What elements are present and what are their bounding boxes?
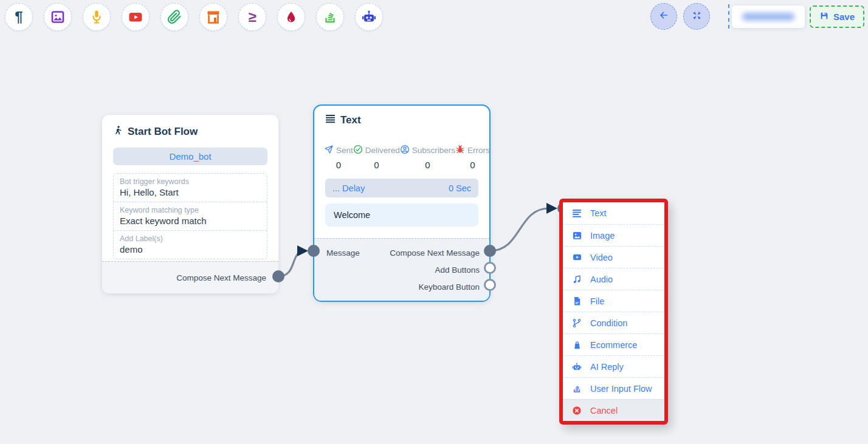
message-text: Welcome xyxy=(334,210,370,220)
text-pilcrow-icon: ¶ xyxy=(15,10,22,24)
stat-subscribers: Subscribers 0 xyxy=(400,145,455,170)
floppy-disk-icon xyxy=(819,11,829,22)
video-play-icon xyxy=(571,253,583,262)
menu-item-text[interactable]: Text xyxy=(563,202,664,224)
image-icon xyxy=(571,231,583,241)
field-value: Hi, Hello, Start xyxy=(120,187,261,197)
user-input-flow-icon xyxy=(571,384,583,394)
stat-value: 0 xyxy=(425,160,430,170)
condition-branch-icon xyxy=(571,318,583,328)
redacted-flow-name-button[interactable] xyxy=(732,5,805,28)
message-content-box[interactable]: Welcome xyxy=(325,203,478,227)
bot-name-button[interactable]: Demo_bot xyxy=(113,148,267,165)
field-bot-trigger-keywords[interactable]: Bot trigger keywords Hi, Hello, Start xyxy=(114,174,267,202)
menu-item-cancel[interactable]: Cancel xyxy=(563,399,664,421)
menu-item-video[interactable]: Video xyxy=(563,246,664,268)
keyboard-button-output-label: Keyboard Button xyxy=(418,282,480,292)
back-button[interactable] xyxy=(650,3,677,30)
store-ecommerce-icon xyxy=(206,10,221,24)
palette-drip-button[interactable] xyxy=(277,3,305,31)
start-node-footer: Compose Next Message xyxy=(102,261,278,293)
errors-bug-icon xyxy=(455,145,465,156)
youtube-video-icon xyxy=(128,10,143,24)
palette-user-input-flow-button[interactable] xyxy=(316,3,344,31)
image-icon xyxy=(50,10,65,24)
canvas-controls: Save xyxy=(650,3,864,30)
field-label: Bot trigger keywords xyxy=(120,177,261,186)
music-note-icon xyxy=(571,275,583,284)
ai-reply-robot-icon xyxy=(571,362,583,372)
delay-label: ... Delay xyxy=(332,183,365,193)
user-input-flow-icon xyxy=(323,10,337,24)
field-label: Add Label(s) xyxy=(120,234,261,243)
menu-item-image[interactable]: Image xyxy=(563,224,664,246)
connector-arrowhead xyxy=(297,245,308,256)
text-node-header: Text xyxy=(314,106,489,126)
text-node-title: Text xyxy=(340,114,361,126)
arrow-left-icon xyxy=(658,9,670,24)
menu-item-label: Condition xyxy=(590,318,627,328)
connector-text-to-menu xyxy=(490,208,549,251)
menu-item-label: User Input Flow xyxy=(590,384,652,394)
greater-equal-condition-icon: ≥ xyxy=(248,10,256,24)
stat-label: Delivered xyxy=(365,146,400,155)
menu-item-label: Ecommerce xyxy=(590,340,637,350)
text-lines-icon xyxy=(571,209,583,217)
stat-label: Errors xyxy=(467,146,490,155)
palette-condition-button[interactable]: ≥ xyxy=(238,3,266,31)
stat-label: Subscribers xyxy=(412,146,455,155)
menu-item-label: File xyxy=(590,296,604,306)
save-button[interactable]: Save xyxy=(810,5,864,28)
field-add-labels[interactable]: Add Label(s) demo xyxy=(114,230,267,259)
palette-image-button[interactable] xyxy=(44,3,72,31)
shopping-bag-icon xyxy=(571,340,583,350)
palette-ai-reply-button[interactable] xyxy=(355,3,383,31)
compose-next-message-output-label: Compose Next Message xyxy=(176,273,266,282)
stat-delivered: Delivered 0 xyxy=(353,145,400,170)
add-node-context-menu: Text Image Video Audio File Condition xyxy=(559,199,668,425)
start-node-fields: Bot trigger keywords Hi, Hello, Start Ke… xyxy=(113,173,267,259)
menu-item-label: Cancel xyxy=(590,406,618,415)
microphone-icon xyxy=(89,10,104,24)
stat-errors: Errors 0 xyxy=(455,145,490,170)
menu-item-ai-reply[interactable]: AI Reply xyxy=(563,355,664,377)
palette-text-button[interactable]: ¶ xyxy=(5,3,33,31)
paperclip-file-icon xyxy=(167,10,182,24)
stat-value: 0 xyxy=(374,160,379,170)
menu-item-audio[interactable]: Audio xyxy=(563,268,664,290)
stat-value: 0 xyxy=(336,160,341,170)
start-bot-flow-node[interactable]: Start Bot Flow Demo_bot Bot trigger keyw… xyxy=(102,115,278,293)
menu-item-file[interactable]: File xyxy=(563,290,664,312)
dashed-separator xyxy=(728,4,729,29)
palette-ecommerce-button[interactable] xyxy=(199,3,227,31)
walking-person-icon xyxy=(113,125,123,139)
add-buttons-output-label: Add Buttons xyxy=(435,265,480,275)
stat-label: Sent xyxy=(336,146,353,155)
file-document-icon xyxy=(571,296,583,306)
compose-next-message-output-label: Compose Next Message xyxy=(390,248,480,258)
start-node-title: Start Bot Flow xyxy=(128,126,198,138)
compress-view-button[interactable] xyxy=(683,3,710,30)
text-message-node[interactable]: Text Sent 0 Delivered 0 xyxy=(313,104,491,302)
menu-lines-icon xyxy=(325,114,336,126)
palette-audio-button[interactable] xyxy=(83,3,111,31)
menu-item-label: Image xyxy=(590,231,615,241)
menu-item-label: Audio xyxy=(590,275,613,284)
field-label: Keyword matching type xyxy=(120,206,261,214)
node-palette-toolbar: ¶ ≥ xyxy=(5,3,383,31)
message-input-label: Message xyxy=(326,248,360,258)
field-value: Exact keyword match xyxy=(120,216,261,226)
robot-ai-icon xyxy=(361,10,377,24)
palette-file-button[interactable] xyxy=(160,3,188,31)
menu-item-condition[interactable]: Condition xyxy=(563,312,664,333)
compress-icon xyxy=(692,10,702,23)
palette-video-button[interactable] xyxy=(122,3,150,31)
connector-start-to-text xyxy=(278,251,305,276)
cancel-x-circle-icon xyxy=(571,406,583,415)
menu-item-user-input-flow[interactable]: User Input Flow xyxy=(563,377,664,399)
field-value: demo xyxy=(120,244,261,254)
stat-value: 0 xyxy=(470,160,475,170)
menu-item-ecommerce[interactable]: Ecommerce xyxy=(563,333,664,355)
field-keyword-matching-type[interactable]: Keyword matching type Exact keyword matc… xyxy=(114,202,267,230)
delay-setting-row[interactable]: ... Delay 0 Sec xyxy=(325,179,478,197)
